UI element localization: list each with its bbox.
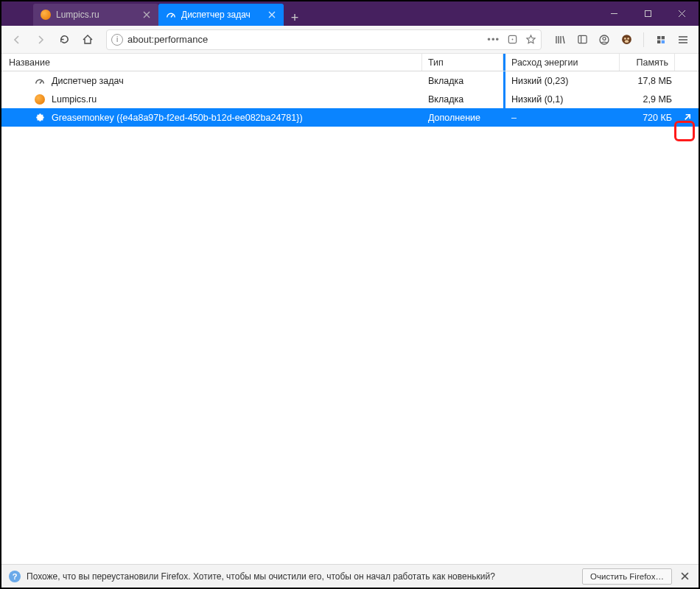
titlebar: Lumpics.ru Диспетчер задач + <box>1 1 699 26</box>
svg-point-11 <box>627 38 629 40</box>
refresh-firefox-button[interactable]: Очистить Firefox… <box>582 568 672 585</box>
puzzle-icon <box>34 112 46 124</box>
new-tab-button[interactable]: + <box>284 10 306 26</box>
row-energy: Низкий (0,23) <box>503 71 620 90</box>
column-energy[interactable]: Расход энергии <box>503 54 620 71</box>
row-memory: 17,8 МБ <box>620 76 675 86</box>
svg-point-4 <box>512 39 514 40</box>
minimize-button[interactable] <box>597 1 631 26</box>
url-bar[interactable]: i ••• <box>106 29 542 50</box>
close-icon[interactable] <box>141 9 153 21</box>
table-row[interactable]: Lumpics.ru Вкладка Низкий (0,1) 2,9 МБ <box>1 90 699 108</box>
url-input[interactable] <box>127 34 483 45</box>
svg-rect-15 <box>657 40 660 43</box>
close-window-button[interactable] <box>665 1 699 26</box>
separator <box>643 32 644 47</box>
row-type: Вкладка <box>422 76 503 86</box>
maximize-button[interactable] <box>631 1 665 26</box>
row-energy: – <box>503 108 620 127</box>
tab-task-manager[interactable]: Диспетчер задач <box>158 4 284 26</box>
toolbar-right <box>549 32 694 48</box>
menu-icon[interactable] <box>675 32 691 48</box>
gauge-icon <box>166 10 176 20</box>
row-energy: Низкий (0,1) <box>503 90 620 108</box>
svg-line-0 <box>171 15 173 18</box>
row-type: Вкладка <box>422 94 503 105</box>
gauge-icon <box>34 75 46 87</box>
forward-button[interactable] <box>29 29 52 51</box>
close-icon[interactable] <box>266 9 278 21</box>
row-type: Дополнение <box>422 113 503 123</box>
tab-title: Диспетчер задач <box>181 10 261 20</box>
browser-window: Lumpics.ru Диспетчер задач + <box>0 0 700 589</box>
table-row[interactable]: Диспетчер задач Вкладка Низкий (0,23) 17… <box>1 71 699 90</box>
monkey-icon[interactable] <box>618 32 634 48</box>
column-memory[interactable]: Память <box>620 54 675 71</box>
reload-button[interactable] <box>53 29 75 51</box>
nav-toolbar: i ••• <box>1 26 699 54</box>
svg-point-8 <box>603 37 606 40</box>
svg-rect-16 <box>662 40 665 43</box>
info-text: Похоже, что вы переустановили Firefox. Х… <box>27 571 576 582</box>
row-name: Greasemonkey ({e4a8a97b-f2ed-450b-b12d-e… <box>52 113 303 123</box>
table-row[interactable]: Greasemonkey ({e4a8a97b-f2ed-450b-b12d-e… <box>1 108 699 127</box>
open-addon-button[interactable] <box>675 113 699 122</box>
info-icon[interactable]: i <box>111 34 123 46</box>
account-icon[interactable] <box>596 32 612 48</box>
favicon-lumpics <box>41 10 51 20</box>
table-body: Диспетчер задач Вкладка Низкий (0,23) 17… <box>1 71 699 564</box>
svg-point-10 <box>623 38 626 40</box>
reader-icon[interactable] <box>507 34 518 45</box>
home-button[interactable] <box>77 29 99 51</box>
favicon-lumpics <box>34 94 46 105</box>
row-memory: 2,9 МБ <box>620 94 675 105</box>
question-icon: ? <box>9 571 21 582</box>
library-icon[interactable] <box>552 32 568 48</box>
column-name[interactable]: Название <box>1 54 422 71</box>
back-button[interactable] <box>6 29 28 51</box>
svg-rect-5 <box>578 35 586 43</box>
window-controls <box>597 1 699 26</box>
close-icon[interactable] <box>678 570 691 583</box>
row-memory: 720 КБ <box>620 113 675 123</box>
row-name: Диспетчер задач <box>52 76 124 86</box>
svg-point-12 <box>624 40 628 43</box>
row-name: Lumpics.ru <box>52 94 97 105</box>
bookmark-icon[interactable] <box>525 34 536 45</box>
svg-line-20 <box>40 81 42 84</box>
svg-rect-14 <box>662 36 665 39</box>
tab-lumpics[interactable]: Lumpics.ru <box>33 4 158 26</box>
svg-rect-13 <box>657 36 660 39</box>
info-bar: ? Похоже, что вы переустановили Firefox.… <box>1 564 699 588</box>
tab-strip: Lumpics.ru Диспетчер задач + <box>1 1 597 26</box>
tab-title: Lumpics.ru <box>56 10 136 20</box>
table-header: Название Тип Расход энергии Память <box>1 54 699 71</box>
addons-icon[interactable] <box>653 32 669 48</box>
column-actions <box>675 54 699 71</box>
column-type[interactable]: Тип <box>422 54 503 71</box>
more-icon[interactable]: ••• <box>487 34 500 45</box>
sidebar-icon[interactable] <box>574 32 590 48</box>
svg-rect-2 <box>645 11 651 17</box>
